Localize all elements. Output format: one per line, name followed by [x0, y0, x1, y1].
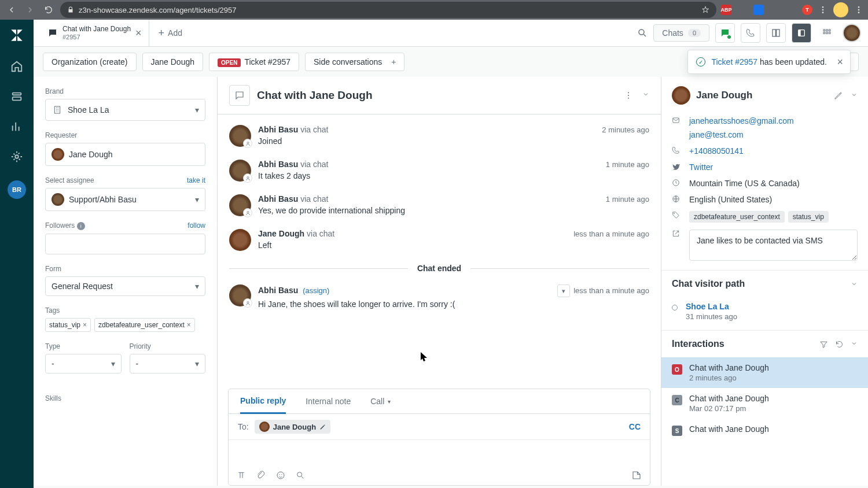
svg-rect-7	[13, 97, 21, 101]
extension-icon[interactable]	[753, 5, 764, 15]
visitor-path-item[interactable]: Shoe La La 31 minutes ago	[661, 297, 868, 330]
knowledge-capture-icon[interactable]	[631, 470, 642, 480]
chevron-down-icon[interactable]	[851, 91, 858, 98]
pencil-icon[interactable]	[319, 424, 326, 430]
svg-point-26	[247, 211, 249, 213]
visitor-path-header[interactable]: Chat visitor path	[661, 270, 868, 297]
more-icon[interactable]	[624, 91, 633, 100]
views-icon[interactable]	[10, 90, 23, 103]
user-twitter[interactable]: Twitter	[689, 162, 713, 172]
type-label: Type	[45, 342, 122, 350]
interaction-item[interactable]: S Chat with Jane Dough	[661, 419, 868, 442]
composer-toolbar	[229, 465, 650, 485]
ticket-tab[interactable]: OPENTicket #2957	[209, 53, 299, 71]
cc-button[interactable]: CC	[629, 422, 641, 431]
internal-note-tab[interactable]: Internal note	[306, 389, 351, 413]
layout-button[interactable]	[766, 23, 786, 43]
url-bar[interactable]: z3n-showcase.zendesk.com/agent/tickets/2…	[60, 2, 716, 18]
chats-label: Chats	[662, 28, 683, 38]
rail-badge[interactable]: BR	[8, 180, 26, 199]
pencil-icon[interactable]	[834, 91, 843, 100]
message-text: Left	[258, 241, 649, 250]
admin-icon[interactable]	[10, 150, 23, 163]
svg-point-30	[281, 474, 282, 475]
search-icon[interactable]	[637, 28, 648, 38]
workspace-tab[interactable]: Chat with Jane Dough #2957 ×	[41, 20, 149, 46]
extension-icon[interactable]	[735, 2, 749, 17]
search-icon[interactable]	[296, 471, 305, 480]
priority-select[interactable]: -▾	[130, 354, 206, 374]
notification-link[interactable]: Ticket #2957	[711, 57, 757, 66]
interaction-item[interactable]: O Chat with Jane Dough 2 minutes ago	[661, 357, 868, 388]
emoji-icon[interactable]	[276, 471, 285, 480]
user-phone[interactable]: +14088050141	[689, 146, 744, 156]
text-format-icon[interactable]	[237, 471, 246, 480]
chevron-down-icon[interactable]	[642, 91, 649, 98]
conversation-message: Jane Dough via chat less than a minute a…	[229, 229, 649, 251]
side-conversations-tab[interactable]: Side conversations +	[305, 53, 404, 71]
recipient-chip[interactable]: Jane Dough	[255, 420, 330, 434]
user-email[interactable]: janeheartsshoes@gmail.com	[689, 116, 794, 125]
menu-icon[interactable]	[818, 5, 827, 14]
conversations-button[interactable]	[715, 23, 735, 43]
extension-icon[interactable]: ABP	[721, 5, 731, 15]
message-author: Abhi Basu	[258, 160, 298, 169]
call-button[interactable]	[741, 23, 760, 43]
take-it-link[interactable]: take it	[187, 176, 205, 184]
conversation-message: Abhi Basu via chat 2 minutes ago Joined	[229, 125, 649, 147]
message-text: Joined	[258, 136, 649, 146]
user-tab[interactable]: Jane Dough	[142, 53, 204, 71]
filter-icon[interactable]	[819, 340, 828, 349]
brand-select[interactable]: Shoe La La ▾	[45, 99, 205, 121]
followers-input[interactable]	[45, 234, 205, 254]
chat-icon	[47, 28, 58, 38]
public-reply-tab[interactable]: Public reply	[240, 389, 286, 414]
follow-link[interactable]: follow	[187, 221, 205, 230]
browser-forward-button[interactable]	[23, 3, 37, 17]
remove-tag-button[interactable]: ×	[187, 321, 191, 329]
interactions-header[interactable]: Interactions	[661, 330, 868, 357]
form-select[interactable]: General Request ▾	[45, 276, 205, 296]
browser-reload-button[interactable]	[42, 3, 56, 17]
browser-back-button[interactable]	[5, 3, 19, 17]
add-tab-button[interactable]: + Add	[149, 27, 192, 39]
message-visibility-toggle[interactable]: ▾	[557, 284, 570, 297]
interaction-time: 2 minutes ago	[689, 374, 769, 382]
chat-ended-divider: Chat ended	[229, 264, 649, 273]
close-tab-button[interactable]: ×	[135, 27, 142, 39]
chevron-down-icon[interactable]	[851, 340, 858, 347]
assignee-select[interactable]: Support/Abhi Basu ▾	[45, 188, 205, 211]
chevron-down-icon[interactable]	[851, 280, 858, 287]
interaction-item[interactable]: C Chat with Jane Dough Mar 02 07:17 pm	[661, 388, 868, 419]
menu-icon[interactable]	[854, 5, 863, 14]
refresh-icon[interactable]	[835, 340, 844, 349]
chats-button[interactable]: Chats 0	[653, 24, 709, 42]
assign-link[interactable]: (assign)	[303, 286, 329, 295]
extension-icon[interactable]	[786, 5, 796, 15]
call-tab[interactable]: Call▾	[370, 389, 391, 413]
extension-icon[interactable]	[770, 5, 780, 15]
attachment-icon[interactable]	[256, 471, 266, 480]
close-notification-button[interactable]: ×	[837, 56, 843, 68]
composer-textarea[interactable]	[229, 440, 650, 465]
conversation-message: Abhi Basu via chat 1 minute ago It takes…	[229, 160, 649, 182]
org-tab[interactable]: Organization (create)	[43, 53, 137, 71]
browser-toolbar: z3n-showcase.zendesk.com/agent/tickets/2…	[0, 0, 868, 20]
type-select[interactable]: -▾	[45, 354, 122, 374]
browser-profile-avatar[interactable]	[833, 2, 848, 17]
home-icon[interactable]	[10, 60, 23, 73]
current-user-avatar[interactable]	[843, 24, 861, 42]
tags-container[interactable]: status_vip× zdbetafeature_user_context×	[45, 318, 205, 332]
user-email[interactable]: jane@test.com	[689, 130, 794, 139]
apps-grid-button[interactable]	[817, 23, 837, 43]
zendesk-logo-icon[interactable]	[9, 28, 24, 43]
panel-button[interactable]	[792, 23, 811, 43]
extension-icon[interactable]: T	[802, 5, 812, 15]
reports-icon[interactable]	[10, 120, 23, 133]
user-notes-textarea[interactable]	[689, 230, 858, 261]
avatar	[259, 422, 270, 432]
svg-rect-15	[826, 29, 828, 31]
requester-select[interactable]: Jane Dough	[45, 143, 205, 166]
star-icon[interactable]	[701, 6, 709, 14]
remove-tag-button[interactable]: ×	[83, 321, 87, 329]
